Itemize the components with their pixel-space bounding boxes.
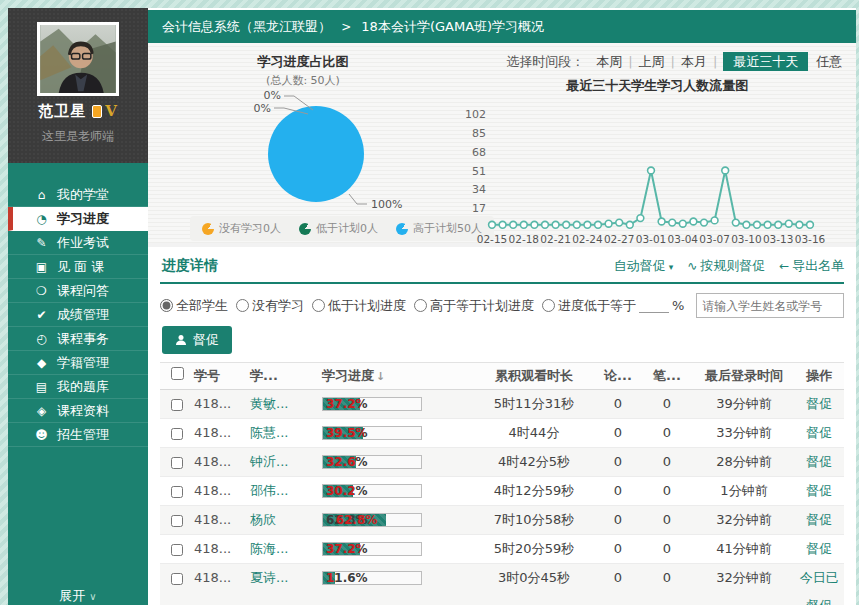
student-id: 418... [194, 506, 250, 534]
sidebar-item-question-bank[interactable]: ▤我的题库 [8, 375, 148, 399]
profile-name-row: 范卫星V [8, 102, 148, 121]
sidebar-item-learning-progress[interactable]: ◔学习进度 [8, 207, 148, 231]
charts-section: 学习进度占比图 (总人数: 50人) 0%0%100% 没有学习0人低于计划0人… [148, 43, 856, 247]
notes-count: 0 [640, 506, 694, 534]
sidebar-item-label: 招生管理 [57, 427, 109, 442]
row-checkbox[interactable] [171, 428, 183, 440]
filter-option-4[interactable]: 进度低于等于% [542, 297, 684, 315]
sidebar-item-course-affairs[interactable]: ◴课程事务 [8, 327, 148, 351]
time-option-0[interactable]: 本周 [596, 54, 622, 69]
sidebar-item-grade-management[interactable]: ✔成绩管理 [8, 303, 148, 327]
supervise-link[interactable]: 督促 [794, 535, 844, 563]
breadcrumb-separator: > [341, 20, 351, 34]
row-checkbox[interactable] [171, 515, 183, 527]
filter-option-3[interactable]: 高于等于计划进度 [414, 297, 534, 315]
sidebar-item-admissions[interactable]: ☻招生管理 [8, 423, 148, 447]
student-name-link[interactable]: 陈海... [250, 535, 322, 563]
export-list-link[interactable]: ←导出名单 [779, 257, 844, 275]
supervise-link[interactable]: 督促 [794, 448, 844, 476]
sidebar-item-label: 学习进度 [57, 211, 109, 226]
sidebar-item-label: 见 面 课 [57, 259, 104, 274]
filter-radio[interactable] [160, 299, 173, 312]
pie-chart: 0%0%100% [148, 88, 458, 220]
time-option-2[interactable]: 本月 [681, 54, 707, 69]
select-all-checkbox[interactable] [171, 367, 184, 380]
supervise-link[interactable]: 督促 [794, 477, 844, 505]
student-name-link[interactable]: 钟沂... [250, 448, 322, 476]
tab-progress-details[interactable]: 进度详情 [162, 257, 218, 275]
filter-radio[interactable] [312, 299, 325, 312]
sidebar-item-meeting-class[interactable]: ▣见 面 课 [8, 255, 148, 279]
student-name-link[interactable]: 夏诗... [250, 564, 322, 592]
forum-count: 0 [596, 419, 640, 447]
table-body: 418...黄敏...37.2%37.2%5时11分31秒0039分钟前督促41… [160, 390, 844, 605]
svg-text:03-07: 03-07 [699, 233, 730, 245]
row-checkbox[interactable] [171, 486, 183, 498]
col-progress[interactable]: 学习进度↓ [322, 363, 472, 389]
sidebar-expand[interactable]: 展开∨ [8, 587, 148, 605]
time-option-4[interactable]: 任意 [816, 54, 842, 69]
svg-text:0%: 0% [254, 102, 271, 115]
row-checkbox[interactable] [171, 399, 183, 411]
supervise-link[interactable]: 督促 [794, 419, 844, 447]
sidebar-item-label: 学籍管理 [57, 355, 109, 370]
sidebar-item-label: 我的题库 [57, 379, 109, 394]
auto-supervise-dropdown[interactable]: 自动督促▾ [614, 257, 674, 275]
filter-option-0[interactable]: 全部学生 [160, 297, 228, 315]
student-id: 418... [194, 477, 250, 505]
last-login: 28分钟前 [694, 448, 794, 476]
row-checkbox[interactable] [171, 457, 183, 469]
student-name-link[interactable]: 陈慧... [250, 419, 322, 447]
svg-text:02-21: 02-21 [540, 233, 571, 245]
filter-radio[interactable] [542, 299, 555, 312]
sidebar-item-label: 课程问答 [57, 283, 109, 298]
row-checkbox[interactable] [171, 544, 183, 556]
filter-option-1[interactable]: 没有学习 [236, 297, 304, 315]
supervise-link[interactable]: 督促 [794, 390, 844, 418]
search-input[interactable] [696, 293, 844, 318]
pie-chart-title: 学习进度占比图 [148, 43, 458, 71]
student-name-link[interactable]: 黄敏... [250, 390, 322, 418]
course-affairs-icon: ◴ [34, 328, 49, 351]
filter-option-2[interactable]: 低于计划进度 [312, 297, 406, 315]
time-option-1[interactable]: 上周 [639, 54, 665, 69]
last-login: 39分钟前 [694, 390, 794, 418]
col-notes: 笔... [640, 363, 694, 388]
forum-count: 0 [596, 506, 640, 534]
svg-text:85: 85 [472, 127, 486, 140]
sidebar-item-course-materials[interactable]: ◈课程资料 [8, 399, 148, 423]
progress-bar: 11.6%11.6% [322, 564, 472, 585]
filter-radio[interactable] [236, 299, 249, 312]
breadcrumb-root[interactable]: 会计信息系统（黑龙江联盟） [162, 19, 331, 34]
sidebar-item-label: 成绩管理 [57, 307, 109, 322]
homework-exam-icon: ✎ [34, 232, 49, 255]
avatar [37, 22, 119, 96]
sidebar-item-student-records[interactable]: ◆学籍管理 [8, 351, 148, 375]
course-qa-icon: ❍ [34, 280, 49, 303]
time-option-separator: | [713, 54, 717, 69]
sidebar-item-my-classroom[interactable]: ⌂我的学堂 [8, 183, 148, 207]
svg-text:100%: 100% [371, 198, 402, 211]
student-name-link[interactable]: 邵伟... [250, 477, 322, 505]
watch-time: 5时20分59秒 [472, 535, 596, 563]
legend-item-0[interactable]: 没有学习0人 [202, 221, 281, 236]
svg-text:0%: 0% [264, 89, 281, 102]
supervise-link[interactable]: 督促 [794, 506, 844, 534]
row-checkbox[interactable] [171, 573, 183, 585]
breadcrumb-page: 18本会计学(GAMA班)学习概况 [361, 19, 544, 34]
last-login: 1分钟前 [694, 477, 794, 505]
student-name-link[interactable]: 杨欣 [250, 506, 322, 534]
supervise-by-rule-link[interactable]: ∿按规则督促 [687, 257, 765, 275]
percent-threshold-input[interactable] [639, 298, 669, 313]
col-student-name: 学... [250, 363, 322, 388]
supervise-button[interactable]: 督促 [162, 326, 232, 354]
sidebar-item-course-qa[interactable]: ❍课程问答 [8, 279, 148, 303]
time-option-3[interactable]: 最近三十天 [723, 52, 808, 71]
svg-text:02-18: 02-18 [509, 233, 540, 245]
chevron-down-icon: ∨ [89, 591, 96, 602]
legend-item-1[interactable]: 低于计划0人 [299, 221, 378, 236]
filter-radio[interactable] [414, 299, 427, 312]
table-row: 418...杨欣62.8%62.8%7时10分58秒0032分钟前督促 [160, 506, 844, 535]
svg-text:03-13: 03-13 [763, 233, 794, 245]
sidebar-item-homework-exam[interactable]: ✎作业考试 [8, 231, 148, 255]
